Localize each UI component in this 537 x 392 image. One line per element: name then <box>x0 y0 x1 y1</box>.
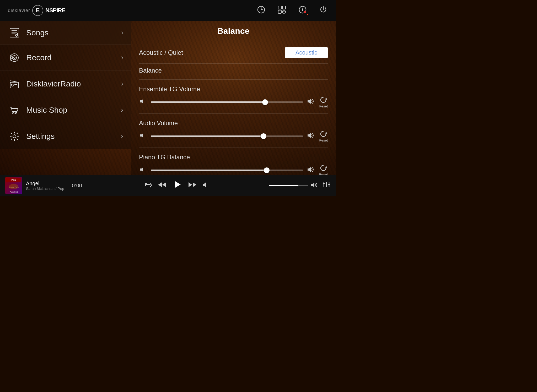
equalizer-button[interactable] <box>323 181 330 190</box>
svg-rect-7 <box>278 10 281 13</box>
svg-rect-5 <box>278 6 281 9</box>
player-controls <box>89 179 265 192</box>
logo: disklavier E NSPIRE <box>8 5 65 16</box>
piano-slider-track[interactable] <box>151 170 303 171</box>
svg-text:Yamaha Piano: Yamaha Piano <box>9 186 19 188</box>
sidebar-label-record: Record <box>26 53 121 62</box>
svg-marker-37 <box>140 133 143 138</box>
track-info: Angel Sarah McLachlan / Pop <box>26 181 68 191</box>
svg-marker-50 <box>203 182 206 187</box>
ensemble-reset-button[interactable]: Reset <box>319 96 328 108</box>
svg-marker-34 <box>140 99 143 104</box>
svg-marker-46 <box>162 182 166 187</box>
svg-marker-45 <box>158 182 162 187</box>
info-icon[interactable]: i ! <box>298 5 307 16</box>
play-button[interactable] <box>172 179 183 192</box>
svg-point-28 <box>11 84 13 86</box>
header-icons: i ! <box>257 5 328 16</box>
audio-slider-track[interactable] <box>151 135 303 137</box>
balance-row-header: Balance <box>139 67 328 74</box>
volume-fill <box>269 185 298 186</box>
radio-icon <box>8 77 21 90</box>
piano-reset-button[interactable]: Reset <box>319 164 328 176</box>
sidebar-item-record[interactable]: Record › <box>0 45 131 71</box>
grid-settings-icon[interactable] <box>277 5 286 16</box>
balance-row: Balance <box>139 64 328 80</box>
sidebar-label-songs: Songs <box>26 28 121 37</box>
ensemble-label: Ensemble TG Volume <box>139 83 328 94</box>
radio-chevron: › <box>121 80 123 88</box>
volume-high-icon <box>311 182 319 189</box>
acoustic-badge[interactable]: Acoustic <box>285 47 328 58</box>
acoustic-quiet-label: Acoustic / Quiet <box>139 49 183 56</box>
time-display: 0:00 <box>72 183 85 189</box>
settings-chevron: › <box>121 132 123 140</box>
timer-icon[interactable] <box>257 5 266 16</box>
songs-chevron: › <box>121 29 123 37</box>
piano-slider-thumb[interactable] <box>264 167 270 173</box>
musicshop-icon <box>8 104 21 117</box>
svg-marker-48 <box>189 182 192 187</box>
audio-slider-row: Reset <box>139 128 328 144</box>
album-art: Pop Yamaha Piano PianoSoft <box>5 177 22 194</box>
power-icon[interactable] <box>319 5 328 16</box>
volume-slider[interactable] <box>269 185 308 186</box>
sidebar-item-settings[interactable]: Settings › <box>0 123 131 149</box>
logo-text: disklavier <box>8 8 30 13</box>
svg-marker-51 <box>311 183 314 187</box>
svg-text:i: i <box>302 8 303 12</box>
sidebar-item-musicshop[interactable]: Music Shop › <box>0 97 131 123</box>
mute-button[interactable] <box>202 181 210 190</box>
acoustic-row-header: Acoustic / Quiet Acoustic <box>139 47 328 58</box>
songs-icon <box>8 26 21 39</box>
audio-label: Audio Volume <box>139 117 328 128</box>
sidebar-label-radio: DisklavierRadio <box>26 79 121 88</box>
rewind-button[interactable] <box>158 181 167 190</box>
svg-point-31 <box>13 112 14 114</box>
audio-vol-low-icon <box>139 133 147 140</box>
ensemble-row: Ensemble TG Volume <box>139 80 328 114</box>
logo-circle: E <box>32 5 43 16</box>
svg-point-33 <box>13 135 16 138</box>
audio-vol-high-icon <box>307 133 315 140</box>
audio-slider-fill <box>151 135 264 137</box>
ensemble-reset-label: Reset <box>319 104 328 108</box>
volume-section <box>269 182 319 189</box>
ensemble-vol-low-icon <box>139 99 147 106</box>
sidebar-item-radio[interactable]: DisklavierRadio › <box>0 71 131 97</box>
logo-nspire-text: NSPIRE <box>45 7 65 14</box>
svg-marker-49 <box>193 182 196 187</box>
svg-text:!: ! <box>305 12 305 13</box>
sidebar-label-settings: Settings <box>26 132 121 141</box>
svg-rect-56 <box>326 185 327 186</box>
svg-marker-47 <box>175 181 181 188</box>
sidebar-label-musicshop: Music Shop <box>26 106 121 115</box>
ensemble-slider-thumb[interactable] <box>262 99 268 105</box>
fast-forward-button[interactable] <box>188 181 197 190</box>
main-content: Balance Acoustic / Quiet Acoustic Balanc… <box>131 21 336 175</box>
logo-e-letter: E <box>36 7 40 14</box>
record-icon <box>8 51 21 64</box>
ensemble-slider-track[interactable] <box>151 101 303 103</box>
svg-marker-38 <box>308 133 311 138</box>
svg-marker-35 <box>308 99 311 104</box>
sidebar-item-songs[interactable]: Songs › <box>0 21 131 45</box>
ensemble-slider-row: Reset <box>139 94 328 110</box>
svg-point-21 <box>12 56 17 60</box>
musicshop-chevron: › <box>121 106 123 114</box>
sidebar: Songs › Record › <box>0 21 131 175</box>
acoustic-quiet-row: Acoustic / Quiet Acoustic <box>139 44 328 64</box>
audio-reset-button[interactable]: Reset <box>319 130 328 142</box>
audio-slider-thumb[interactable] <box>261 133 266 139</box>
ensemble-vol-high-icon <box>307 99 315 106</box>
piano-vol-high-icon <box>307 167 315 174</box>
header-bar: disklavier E NSPIRE <box>0 0 336 21</box>
repeat-button[interactable] <box>144 181 152 190</box>
svg-rect-57 <box>328 184 330 185</box>
svg-point-9 <box>283 11 284 12</box>
svg-marker-41 <box>308 167 311 172</box>
player-bar: Pop Yamaha Piano PianoSoft Angel Sarah M… <box>0 175 336 196</box>
svg-rect-55 <box>323 183 325 184</box>
svg-point-32 <box>15 112 17 114</box>
ensemble-slider-fill <box>151 101 265 103</box>
